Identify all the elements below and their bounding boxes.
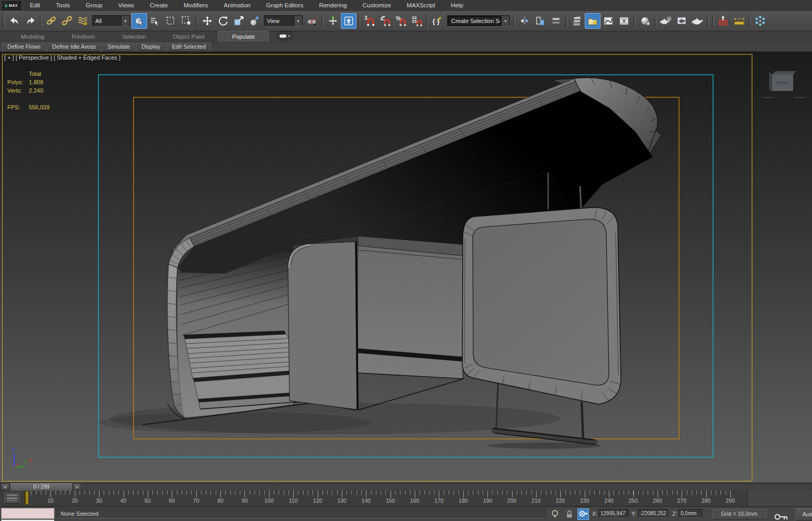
x-coord-field[interactable]: 12995,947 <box>598 509 629 518</box>
spinner-snap-button[interactable] <box>409 13 425 29</box>
select-and-place-button[interactable] <box>247 13 262 29</box>
viewcube-rotate-left-arrow[interactable] <box>762 95 773 98</box>
menu-item-edit[interactable]: Edit <box>22 0 48 11</box>
snap-toggle-button[interactable]: 3 <box>362 13 377 29</box>
select-and-rotate-button[interactable] <box>215 13 231 29</box>
rendered-frame-window-button[interactable] <box>674 13 689 29</box>
ribbon-tool-define-flows[interactable]: Define Flows <box>2 42 46 52</box>
ribbon-tab-freeform[interactable]: Freeform <box>58 31 109 42</box>
edit-named-selection-sets-button[interactable]: { } <box>430 13 446 29</box>
render-setup-button[interactable] <box>658 13 674 29</box>
viewport-label[interactable]: [ + ] [ Perspective ] [ Shaded + Edged F… <box>4 54 120 61</box>
toolbar-grip[interactable] <box>2 13 5 29</box>
keyboard-shortcut-override-button[interactable] <box>341 13 357 29</box>
ribbon-tool-define-idle-areas[interactable]: Define Idle Areas <box>47 42 102 52</box>
auto-key-button[interactable]: Auto <box>796 508 812 521</box>
viewcube-rotate-right-arrow[interactable] <box>794 95 806 98</box>
select-and-move-button[interactable] <box>199 13 215 29</box>
chevron-down-icon: ▾ <box>121 16 129 26</box>
track-bar[interactable]: 0102030405060708090100110120130140150160… <box>0 491 812 507</box>
red-grid-icon <box>717 15 730 27</box>
ribbon-tab-modeling[interactable]: Modeling <box>7 31 58 42</box>
measure-distance-button[interactable] <box>731 13 747 29</box>
populate-flow-button[interactable] <box>716 13 731 29</box>
ribbon-tab-selection[interactable]: Selection <box>108 31 159 42</box>
ribbon-tool-simulate[interactable]: Simulate <box>102 42 135 52</box>
viewcube-front-face[interactable]: FRONT <box>772 74 793 91</box>
select-and-scale-button[interactable] <box>231 13 247 29</box>
rectangular-selection-region-button[interactable] <box>163 13 179 29</box>
select-and-manipulate-button[interactable] <box>325 13 341 29</box>
viewport-canvas[interactable] <box>0 52 812 482</box>
menu-item-graph-editors[interactable]: Graph Editors <box>258 0 311 11</box>
time-slider-track[interactable] <box>0 483 812 491</box>
menu-item-views[interactable]: Views <box>110 0 142 11</box>
percent-snap-button[interactable]: % <box>393 13 409 29</box>
particle-view-button[interactable] <box>752 13 768 29</box>
material-editor-button[interactable] <box>637 13 653 29</box>
ribbon-minimize-button[interactable]: ▾ <box>276 31 293 40</box>
mirror-button[interactable] <box>517 13 532 29</box>
layer-manager-button[interactable] <box>548 13 564 29</box>
z-coord-field[interactable]: 0,0mm <box>678 509 703 518</box>
menu-item-group[interactable]: Group <box>78 0 110 11</box>
toggle-scene-explorer-button[interactable] <box>585 13 600 29</box>
render-production-button[interactable] <box>689 13 705 29</box>
open-mini-curve-editor-button[interactable] <box>4 493 20 504</box>
named-selection-dropdown[interactable]: Create Selection Se ▾ <box>447 15 510 27</box>
select-and-link-button[interactable] <box>43 13 59 29</box>
selection-lock-icon[interactable] <box>565 509 573 519</box>
menu-item-help[interactable]: Help <box>443 0 471 11</box>
rendered-frame-icon <box>676 15 687 27</box>
set-key-icon[interactable] <box>774 513 789 521</box>
absolute-mode-transform-button[interactable] <box>577 508 589 520</box>
select-object-button[interactable] <box>131 13 147 29</box>
undo-button[interactable] <box>7 13 23 29</box>
current-frame-marker[interactable] <box>24 491 29 505</box>
snap-3-magnet-icon: 3 <box>363 15 376 27</box>
unlink-selection-button[interactable] <box>59 13 75 29</box>
menu-item-create[interactable]: Create <box>142 0 176 11</box>
window-crossing-toggle-button[interactable] <box>179 13 194 29</box>
viewcube[interactable]: FRONT <box>762 66 806 103</box>
toolbar-separator <box>321 14 324 28</box>
menu-item-modifiers[interactable]: Modifiers <box>176 0 216 11</box>
curve-editor-button[interactable] <box>600 13 616 29</box>
selection-filter-dropdown[interactable]: All ▾ <box>92 15 130 27</box>
menu-item-maxscript[interactable]: MAXScript <box>399 0 443 11</box>
frame-label-170: 170 <box>435 497 444 504</box>
align-button[interactable] <box>532 13 548 29</box>
stats-polys-label: Polys: <box>7 79 23 85</box>
ribbon-tool-display[interactable]: Display <box>136 42 165 52</box>
angle-snap-button[interactable] <box>377 13 393 29</box>
redo-button[interactable] <box>23 13 38 29</box>
frame-label-20: 20 <box>72 497 78 504</box>
render-setup-icon <box>660 15 672 27</box>
move-icon <box>202 15 213 27</box>
ribbon-tab-object-paint[interactable]: Object Paint <box>160 31 218 42</box>
select-by-name-button[interactable] <box>147 13 163 29</box>
stats-verts-value: 2.240 <box>29 87 43 94</box>
previous-frame-button[interactable]: < <box>1 483 9 490</box>
use-pivot-center-button[interactable] <box>304 13 320 29</box>
next-frame-button[interactable]: > <box>73 483 81 490</box>
ribbon-tool-edit-selected[interactable]: Edit Selected <box>166 42 211 52</box>
time-slider-handle[interactable]: 0 / 299 <box>10 483 73 491</box>
override-arrow-icon <box>343 15 354 27</box>
menu-item-rendering[interactable]: Rendering <box>311 0 354 11</box>
y-coord-field[interactable]: -22085,252 <box>638 509 668 518</box>
app-logo[interactable]: MAX <box>1 0 22 11</box>
adaptive-degradation-bulb-icon[interactable] <box>551 509 559 519</box>
bind-to-spacewarp-button[interactable] <box>75 13 91 29</box>
stats-fps-value: 556,039 <box>29 104 50 110</box>
manage-scene-states-button[interactable] <box>569 13 585 29</box>
maxscript-macro-recorder-field[interactable] <box>1 508 54 519</box>
menu-item-customize[interactable]: Customize <box>354 0 398 11</box>
menu-item-animation[interactable]: Animation <box>216 0 258 11</box>
reference-coordsys-dropdown[interactable]: View ▾ <box>264 15 303 27</box>
perspective-viewport[interactable]: [ + ] [ Perspective ] [ Shaded + Edged F… <box>0 52 812 482</box>
schematic-view-icon <box>618 15 630 27</box>
ribbon-tab-populate[interactable]: Populate <box>218 31 269 42</box>
schematic-view-button[interactable] <box>616 13 632 29</box>
menu-item-tools[interactable]: Tools <box>48 0 78 11</box>
